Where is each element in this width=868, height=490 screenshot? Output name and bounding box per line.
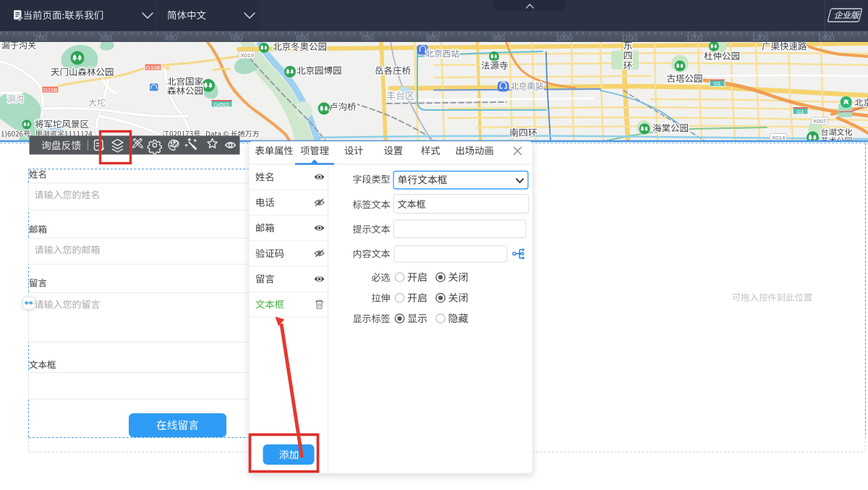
- svg-text:600: 600: [296, 33, 309, 42]
- svg-text:1000: 1000: [556, 33, 573, 42]
- svg-text:G108: G108: [146, 64, 161, 71]
- svg-text:1100: 1100: [621, 33, 638, 42]
- svg-text:900: 900: [492, 33, 505, 42]
- svg-text:500: 500: [230, 33, 243, 42]
- svg-text:700: 700: [361, 33, 374, 42]
- svg-text:200: 200: [34, 33, 47, 42]
- svg-text:1200: 1200: [686, 33, 703, 42]
- svg-text:X014: X014: [772, 135, 786, 141]
- svg-text:800: 800: [426, 33, 439, 42]
- svg-text:G1: G1: [796, 109, 804, 115]
- svg-text:1300: 1300: [752, 33, 769, 42]
- svg-text:X007: X007: [813, 118, 827, 124]
- svg-text:X019: X019: [240, 52, 254, 59]
- svg-text:G4501: G4501: [213, 101, 230, 108]
- svg-text:G1: G1: [713, 80, 720, 87]
- svg-text:400: 400: [164, 33, 177, 42]
- svg-text:G108: G108: [43, 87, 58, 93]
- svg-text:1400: 1400: [817, 33, 835, 42]
- svg-text:300: 300: [99, 33, 112, 42]
